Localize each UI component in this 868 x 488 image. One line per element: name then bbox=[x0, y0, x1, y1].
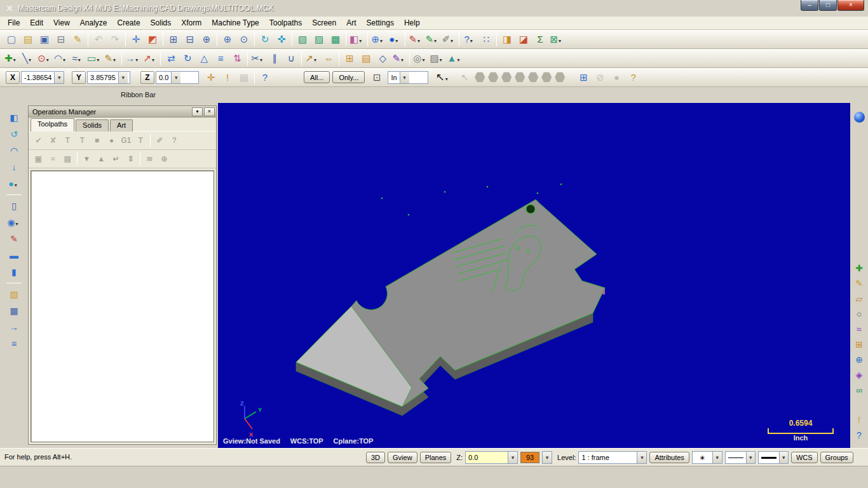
menu-solids[interactable]: Solids bbox=[146, 17, 177, 29]
art-grid-icon[interactable]: ⊞ bbox=[852, 337, 866, 351]
zoom-target-icon[interactable]: ⊕ bbox=[199, 32, 214, 47]
level-attribute-icon[interactable]: ✎ bbox=[424, 32, 440, 47]
erase-icon[interactable]: ▱ bbox=[852, 292, 866, 306]
select-all-button[interactable]: All... bbox=[304, 71, 330, 83]
xform-project-icon[interactable]: ⇅ bbox=[229, 51, 245, 66]
attributes-button[interactable]: Attributes bbox=[649, 452, 689, 463]
trim-break-icon[interactable]: ✂ bbox=[250, 51, 266, 66]
break-divide-icon[interactable]: ∥ bbox=[267, 51, 282, 66]
arrow-right-icon[interactable]: → bbox=[6, 320, 22, 335]
multithread-manager-icon[interactable]: ◨ bbox=[499, 32, 515, 47]
menu-edit[interactable]: Edit bbox=[25, 17, 48, 29]
selection-sphere-icon[interactable]: ● bbox=[609, 70, 625, 85]
xform-translate-3d-icon-dropdown[interactable] bbox=[152, 53, 157, 63]
fastpoint-icon[interactable]: ✛ bbox=[203, 70, 219, 85]
line-width-dropdown[interactable] bbox=[779, 452, 788, 463]
wcs-sphere-icon-dropdown[interactable] bbox=[395, 34, 400, 44]
new-file-icon[interactable]: ▢ bbox=[4, 32, 19, 47]
tab-toolpaths[interactable]: Toolpaths bbox=[31, 118, 74, 132]
level-dropdown[interactable] bbox=[637, 452, 646, 463]
create-circle-icon[interactable]: ⊙ bbox=[37, 51, 52, 66]
blank-entity-icon[interactable]: ◇ bbox=[375, 51, 390, 66]
verify-icon[interactable]: ● bbox=[105, 134, 118, 147]
surface-display-icon-dropdown[interactable] bbox=[457, 53, 462, 63]
window-view-icon[interactable]: ▯ bbox=[6, 198, 22, 214]
xform-offset-icon[interactable]: ≡ bbox=[213, 51, 228, 66]
selection-verify-icon[interactable]: ⊞ bbox=[576, 70, 592, 85]
style-attribute-icon-dropdown[interactable] bbox=[451, 34, 456, 44]
color-attribute-icon[interactable]: ✎ bbox=[408, 32, 423, 47]
operations-tree[interactable] bbox=[31, 170, 214, 442]
x-coordinate-dropdown[interactable] bbox=[54, 72, 64, 83]
display-wireframe-icon-dropdown[interactable] bbox=[440, 53, 445, 63]
sphere-view-icon-dropdown[interactable] bbox=[15, 179, 20, 188]
menu-help[interactable]: Help bbox=[399, 17, 425, 29]
chain-icon[interactable]: ∞ bbox=[852, 383, 866, 397]
panel-tool-icon[interactable]: ▮ bbox=[6, 264, 22, 280]
display-wireframe-icon[interactable]: ▨ bbox=[429, 51, 445, 66]
om-close-button[interactable]: × bbox=[204, 107, 215, 116]
ghost-ops-icon[interactable]: ≋ bbox=[143, 152, 156, 166]
display-shaded-icon[interactable]: ◎ bbox=[412, 51, 428, 66]
xform-rotate-icon[interactable]: ↻ bbox=[180, 51, 195, 66]
create-rectangle-icon-dropdown[interactable] bbox=[97, 53, 102, 63]
undelete-entities-icon[interactable]: ◩ bbox=[145, 32, 160, 47]
arrow-down-icon[interactable]: ↓ bbox=[6, 159, 22, 175]
backplot-icon[interactable]: ■ bbox=[90, 134, 104, 147]
gview-isometric-icon[interactable]: ▩ bbox=[328, 32, 343, 47]
set-attributes-icon-dropdown[interactable] bbox=[401, 53, 406, 63]
create-circle-icon-dropdown[interactable] bbox=[46, 53, 51, 63]
xform-translate-3d-icon[interactable]: ↗ bbox=[142, 51, 158, 66]
redo-icon[interactable]: ↷ bbox=[107, 32, 123, 47]
grid-settings-icon[interactable]: ∷ bbox=[478, 32, 494, 47]
zoom-in-icon[interactable]: ⊕ bbox=[220, 32, 235, 47]
set-attributes-icon[interactable]: ✎ bbox=[391, 51, 407, 66]
xform-translate-icon-dropdown[interactable] bbox=[135, 53, 140, 63]
om-menu-dropdown[interactable] bbox=[192, 107, 203, 116]
pan-icon[interactable]: ✜ bbox=[274, 32, 289, 47]
menu-view[interactable]: View bbox=[48, 17, 75, 29]
selection-none-icon[interactable]: ⊘ bbox=[593, 70, 608, 85]
point-style-swatch[interactable]: ∗ bbox=[693, 454, 712, 462]
selection-in-dropdown[interactable] bbox=[400, 72, 409, 83]
cylinder-icon[interactable]: ◉ bbox=[6, 215, 22, 230]
menu-file[interactable]: File bbox=[3, 17, 25, 29]
xform-scale-icon[interactable]: △ bbox=[196, 51, 212, 66]
y-coordinate-button[interactable]: Y bbox=[72, 71, 86, 84]
operations-manager-header[interactable]: Operations Manager × bbox=[29, 106, 216, 118]
create-spline-icon-dropdown[interactable] bbox=[78, 53, 83, 63]
add-point-icon[interactable]: ✚ bbox=[852, 261, 866, 275]
post-g1-icon[interactable]: G1 bbox=[119, 134, 133, 147]
print-icon[interactable]: ⊟ bbox=[53, 32, 69, 47]
planes-globe-icon[interactable]: ⊕ bbox=[370, 32, 386, 47]
color-swatch-button[interactable]: 93 bbox=[520, 452, 539, 463]
menu-create[interactable]: Create bbox=[112, 17, 146, 29]
context-help-icon[interactable]: ? bbox=[852, 428, 866, 442]
menu-art[interactable]: Art bbox=[341, 17, 361, 29]
select-vector-hex[interactable] bbox=[541, 72, 552, 83]
open-file-icon[interactable]: ▤ bbox=[20, 32, 36, 47]
point-style-dropdown[interactable] bbox=[712, 452, 722, 463]
gem-icon[interactable]: ◈ bbox=[852, 368, 866, 382]
toolpath-display-icon[interactable]: ≈ bbox=[46, 152, 60, 166]
regen-selected-icon[interactable]: T bbox=[76, 134, 89, 147]
gview-top-icon[interactable]: ▧ bbox=[295, 32, 310, 47]
selection-help-icon[interactable]: ? bbox=[626, 70, 641, 85]
alert-icon[interactable]: ! bbox=[852, 413, 866, 427]
regen-all-params-icon[interactable]: T bbox=[61, 134, 74, 147]
y-coordinate-dropdown[interactable] bbox=[118, 72, 128, 83]
edit-ops-icon[interactable]: ✐ bbox=[153, 134, 166, 147]
x-coordinate-input[interactable]: -1.38654 bbox=[22, 74, 54, 81]
globe-icon[interactable]: ⊕ bbox=[852, 353, 866, 367]
analyze-position-icon-dropdown[interactable] bbox=[314, 53, 319, 63]
shading-settings-icon[interactable]: ◧ bbox=[349, 32, 365, 47]
select-all-ops-icon[interactable]: ✔ bbox=[32, 134, 45, 147]
selection-in-value[interactable]: In bbox=[388, 74, 399, 81]
exit-design-icon-dropdown[interactable] bbox=[559, 34, 564, 44]
gview-button[interactable]: Gview bbox=[388, 452, 417, 463]
xform-mirror-icon[interactable]: ⇄ bbox=[163, 51, 179, 66]
analyze-position-icon[interactable]: ↗ bbox=[304, 51, 320, 66]
select-chain-hex[interactable] bbox=[475, 72, 485, 83]
wcs-button[interactable]: WCS bbox=[791, 452, 818, 463]
z-coordinate-input[interactable]: 0.0 bbox=[156, 74, 171, 81]
